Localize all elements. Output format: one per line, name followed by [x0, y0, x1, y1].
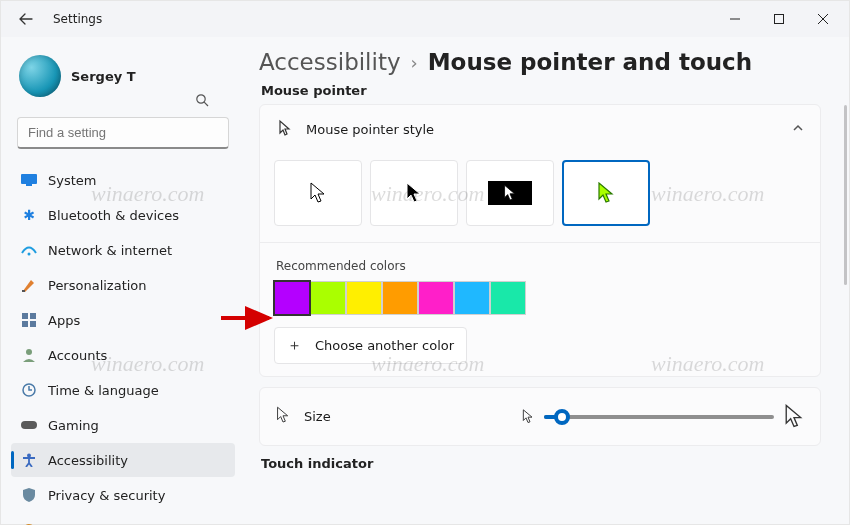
user-name: Sergey T	[71, 69, 136, 84]
breadcrumb: Accessibility › Mouse pointer and touch	[259, 49, 821, 75]
sidebar-item-label: Privacy & security	[48, 488, 165, 503]
sidebar-item-label: Gaming	[48, 418, 99, 433]
svg-rect-13	[30, 321, 36, 327]
color-swatch-2[interactable]	[346, 281, 382, 315]
chevron-right-icon: ›	[411, 52, 418, 73]
bluetooth-icon: ✱	[21, 207, 37, 223]
slider-thumb[interactable]	[554, 409, 570, 425]
svg-rect-11	[30, 313, 36, 319]
inverted-cursor-icon	[503, 184, 517, 202]
black-cursor-icon	[405, 182, 423, 204]
custom-cursor-icon	[597, 182, 615, 204]
size-slider[interactable]	[544, 415, 774, 419]
network-icon	[21, 242, 37, 258]
personalization-icon	[21, 277, 37, 293]
sidebar-item-bluetooth[interactable]: ✱Bluetooth & devices	[11, 198, 235, 232]
sidebar-item-system[interactable]: System	[11, 163, 235, 197]
color-swatch-4[interactable]	[418, 281, 454, 315]
sidebar-item-accessibility[interactable]: Accessibility	[11, 443, 235, 477]
titlebar: Settings	[1, 1, 849, 37]
back-arrow-icon	[19, 12, 33, 26]
color-swatch-0[interactable]	[274, 281, 310, 315]
accessibility-icon	[21, 452, 37, 468]
svg-rect-10	[22, 313, 28, 319]
color-swatch-5[interactable]	[454, 281, 490, 315]
accounts-icon	[21, 347, 37, 363]
sidebar-item-label: Bluetooth & devices	[48, 208, 179, 223]
search-input[interactable]	[17, 117, 229, 149]
scrollbar-thumb[interactable]	[844, 105, 847, 285]
white-cursor-icon	[309, 182, 327, 204]
large-cursor-icon	[784, 404, 804, 429]
sidebar-item-label: System	[48, 173, 96, 188]
system-icon	[21, 172, 37, 188]
section-mouse-pointer: Mouse pointer	[261, 83, 821, 98]
breadcrumb-parent[interactable]: Accessibility	[259, 49, 401, 75]
sidebar-item-privacy[interactable]: Privacy & security	[11, 478, 235, 512]
svg-point-8	[28, 253, 31, 256]
gaming-icon	[21, 417, 37, 433]
window-controls	[713, 4, 845, 34]
search-wrap	[17, 117, 229, 149]
avatar	[19, 55, 61, 97]
color-swatch-3[interactable]	[382, 281, 418, 315]
sidebar-item-gaming[interactable]: Gaming	[11, 408, 235, 442]
maximize-icon	[774, 14, 784, 24]
sidebar-item-label: Accounts	[48, 348, 107, 363]
cursor-icon	[276, 119, 294, 140]
svg-rect-12	[22, 321, 28, 327]
sidebar: Sergey T System ✱Bluetooth & devices Net…	[1, 37, 241, 524]
color-swatch-1[interactable]	[310, 281, 346, 315]
pointer-style-black[interactable]	[370, 160, 458, 226]
pointer-style-title: Mouse pointer style	[306, 122, 434, 137]
back-button[interactable]	[9, 5, 43, 33]
apps-icon	[21, 312, 37, 328]
size-slider-wrap	[522, 404, 804, 429]
size-cursor-icon	[276, 406, 290, 427]
recommended-colors-label: Recommended colors	[276, 259, 806, 273]
pointer-style-card: Mouse pointer style	[259, 104, 821, 377]
window-title: Settings	[53, 12, 102, 26]
minimize-button[interactable]	[713, 4, 757, 34]
sidebar-item-personalization[interactable]: Personalization	[11, 268, 235, 302]
plus-icon: ＋	[287, 339, 301, 353]
user-profile[interactable]: Sergey T	[11, 47, 235, 111]
settings-window: Settings Sergey T System ✱Bluetooth & de…	[0, 0, 850, 525]
svg-rect-1	[775, 15, 784, 24]
pointer-style-options	[260, 154, 820, 242]
sidebar-item-time[interactable]: Time & language	[11, 373, 235, 407]
minimize-icon	[730, 14, 740, 24]
sidebar-item-accounts[interactable]: Accounts	[11, 338, 235, 372]
small-cursor-icon	[522, 409, 534, 424]
color-swatches	[274, 281, 806, 315]
section-touch-indicator: Touch indicator	[261, 456, 821, 471]
sidebar-item-apps[interactable]: Apps	[11, 303, 235, 337]
main-content: Accessibility › Mouse pointer and touch …	[241, 37, 849, 524]
close-button[interactable]	[801, 4, 845, 34]
pointer-style-white[interactable]	[274, 160, 362, 226]
svg-rect-7	[26, 184, 32, 186]
privacy-icon	[21, 487, 37, 503]
chevron-up-icon	[792, 122, 804, 137]
svg-rect-6	[21, 174, 37, 184]
sidebar-item-network[interactable]: Network & internet	[11, 233, 235, 267]
maximize-button[interactable]	[757, 4, 801, 34]
sidebar-item-label: Apps	[48, 313, 80, 328]
pointer-style-inverted[interactable]	[466, 160, 554, 226]
sidebar-item-label: Accessibility	[48, 453, 128, 468]
pointer-style-header[interactable]: Mouse pointer style	[260, 105, 820, 154]
choose-another-label: Choose another color	[315, 338, 454, 353]
time-icon	[21, 382, 37, 398]
choose-another-color-button[interactable]: ＋ Choose another color	[274, 327, 467, 364]
page-title: Mouse pointer and touch	[428, 49, 752, 75]
color-swatch-6[interactable]	[490, 281, 526, 315]
pointer-style-custom[interactable]	[562, 160, 650, 226]
sidebar-item-label: Personalization	[48, 278, 147, 293]
size-card: Size	[259, 387, 821, 446]
sidebar-item-label: Network & internet	[48, 243, 172, 258]
sidebar-item-update[interactable]: Windows Update	[11, 513, 235, 525]
size-row: Size	[260, 388, 820, 445]
scrollbar[interactable]	[844, 97, 847, 504]
size-label: Size	[304, 409, 331, 424]
close-icon	[818, 14, 828, 24]
